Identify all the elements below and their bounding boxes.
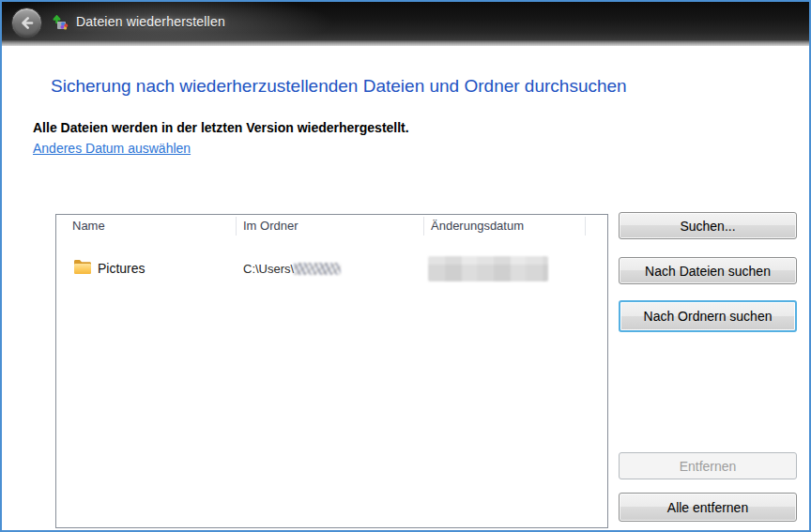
search-button[interactable]: Suchen... — [619, 212, 797, 239]
column-separator — [423, 217, 424, 236]
page-title: Sicherung nach wiederherzustellenden Dat… — [51, 76, 627, 97]
back-button[interactable] — [11, 8, 42, 38]
list-header: Name Im Ordner Änderungsdatum — [56, 215, 607, 237]
search-files-button[interactable]: Nach Dateien suchen — [619, 257, 797, 284]
window-title: Dateien wiederherstellen — [76, 14, 225, 29]
item-path-prefix: C:\Users\ — [243, 262, 294, 276]
restore-files-window: Dateien wiederherstellen Sicherung nach … — [0, 0, 811, 532]
titlebar: Dateien wiederherstellen — [2, 2, 809, 40]
column-header-name[interactable]: Name — [72, 219, 105, 233]
titlebar-bottom-strip — [2, 40, 809, 46]
redacted-modified-date — [428, 256, 548, 281]
restore-files-icon — [52, 12, 70, 31]
remove-all-button[interactable]: Alle entfernen — [619, 493, 797, 522]
list-item-pictures[interactable]: Pictures C:\Users\ — [57, 254, 606, 282]
redacted-username — [294, 263, 341, 275]
choose-other-date-link[interactable]: Anderes Datum auswählen — [33, 141, 191, 156]
restore-items-list: Name Im Ordner Änderungsdatum — [55, 214, 608, 528]
column-separator — [236, 217, 237, 236]
item-name: Pictures — [98, 261, 145, 276]
search-folders-button[interactable]: Nach Ordnern suchen — [619, 300, 797, 332]
back-arrow-icon — [18, 14, 36, 32]
item-folder-path: C:\Users\ — [243, 262, 341, 276]
column-header-folder[interactable]: Im Ordner — [243, 219, 298, 233]
restore-description: Alle Dateien werden in der letzten Versi… — [33, 120, 409, 135]
column-separator — [585, 217, 586, 236]
remove-button[interactable]: Entfernen — [619, 452, 797, 479]
column-header-modified-date[interactable]: Änderungsdatum — [431, 219, 524, 233]
folder-icon — [73, 259, 92, 275]
